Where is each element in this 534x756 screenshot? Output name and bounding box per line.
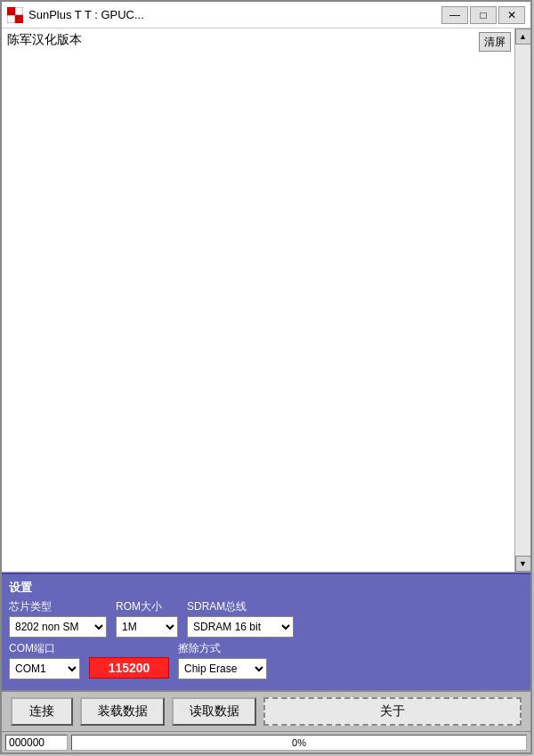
svg-rect-2 bbox=[15, 15, 23, 23]
com-port-label: COM端口 bbox=[9, 641, 80, 656]
chip-type-group: 芯片类型 8202 non SM 8202 SM 8203 8204 bbox=[9, 599, 107, 638]
com-port-select[interactable]: COM1 COM2 COM3 COM4 bbox=[9, 658, 80, 679]
sdram-label: SDRAM总线 bbox=[187, 599, 294, 614]
window-title: SunPlus T T : GPUC... bbox=[28, 8, 441, 21]
rom-size-group: ROM大小 1M 2M 4M 8M bbox=[116, 599, 178, 638]
log-text: 陈军汉化版本 bbox=[7, 32, 82, 46]
chip-type-label: 芯片类型 bbox=[9, 599, 107, 614]
maximize-button[interactable]: □ bbox=[470, 6, 497, 24]
svg-rect-1 bbox=[7, 7, 15, 15]
scrollbar[interactable]: ▲ ▼ bbox=[514, 28, 530, 572]
baud-rate-group: 115200 bbox=[89, 641, 169, 679]
content-area: 陈军汉化版本 清屏 ▲ ▼ bbox=[2, 28, 530, 573]
baud-rate-display: 115200 bbox=[89, 657, 169, 679]
status-bar: 000000 0% bbox=[2, 731, 530, 752]
progress-text: 0% bbox=[72, 736, 526, 750]
com-port-group: COM端口 COM1 COM2 COM3 COM4 bbox=[9, 641, 80, 679]
settings-title: 设置 bbox=[9, 580, 523, 596]
main-window: SunPlus T T : GPUC... — □ ✕ 陈军汉化版本 清屏 ▲ … bbox=[0, 0, 532, 754]
chip-type-select[interactable]: 8202 non SM 8202 SM 8203 8204 bbox=[9, 616, 107, 638]
app-icon bbox=[7, 7, 23, 23]
status-address: 000000 bbox=[5, 735, 68, 751]
sdram-group: SDRAM总线 SDRAM 16 bit SDRAM 8 bit No SDRA… bbox=[187, 599, 294, 638]
clear-button[interactable]: 清屏 bbox=[479, 32, 511, 52]
settings-row-2: COM端口 COM1 COM2 COM3 COM4 115200 擦除方式 Ch… bbox=[9, 641, 523, 679]
connect-button[interactable]: 连接 bbox=[11, 697, 73, 726]
progress-container: 0% bbox=[71, 735, 527, 751]
window-controls: — □ ✕ bbox=[441, 6, 525, 24]
scrollbar-down-button[interactable]: ▼ bbox=[515, 556, 531, 572]
about-button[interactable]: 关于 bbox=[263, 697, 522, 726]
log-area: 陈军汉化版本 bbox=[2, 28, 514, 572]
erase-label: 擦除方式 bbox=[178, 641, 267, 656]
settings-panel: 设置 芯片类型 8202 non SM 8202 SM 8203 8204 RO… bbox=[2, 573, 530, 690]
settings-row-1: 芯片类型 8202 non SM 8202 SM 8203 8204 ROM大小… bbox=[9, 599, 523, 638]
load-button[interactable]: 装载数据 bbox=[80, 697, 165, 726]
svg-rect-3 bbox=[15, 7, 23, 15]
scrollbar-up-button[interactable]: ▲ bbox=[515, 28, 531, 45]
erase-select[interactable]: Chip Erase Sector Erase bbox=[178, 658, 267, 679]
erase-group: 擦除方式 Chip Erase Sector Erase bbox=[178, 641, 267, 679]
minimize-button[interactable]: — bbox=[441, 6, 468, 24]
scrollbar-track[interactable] bbox=[515, 45, 530, 556]
titlebar: SunPlus T T : GPUC... — □ ✕ bbox=[2, 2, 530, 28]
read-button[interactable]: 读取数据 bbox=[172, 697, 256, 726]
button-row: 连接 装载数据 读取数据 关于 bbox=[2, 690, 530, 731]
rom-size-select[interactable]: 1M 2M 4M 8M bbox=[116, 616, 178, 638]
close-button[interactable]: ✕ bbox=[498, 6, 525, 24]
rom-size-label: ROM大小 bbox=[116, 599, 178, 614]
sdram-select[interactable]: SDRAM 16 bit SDRAM 8 bit No SDRAM bbox=[187, 616, 294, 638]
svg-rect-4 bbox=[7, 15, 15, 23]
